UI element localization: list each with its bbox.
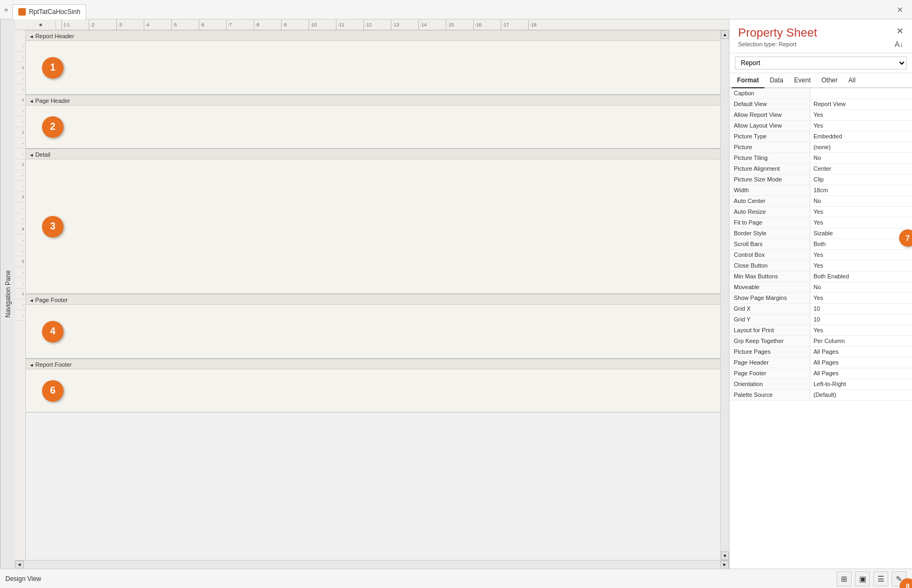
property-row[interactable]: Picture TypeEmbedded <box>729 131 912 142</box>
property-row[interactable]: Palette Source(Default) <box>729 390 912 401</box>
prop-value[interactable]: Report View <box>810 99 912 109</box>
tab-other[interactable]: Other <box>816 73 843 88</box>
property-row[interactable]: Default ViewReport View <box>729 99 912 110</box>
property-row[interactable]: Grp Keep TogetherPer Column <box>729 336 912 347</box>
left-tick-minus4: - <box>15 84 25 95</box>
section-body-detail[interactable]: 3 <box>26 159 720 294</box>
property-row[interactable]: Auto CenterNo <box>729 196 912 207</box>
right-scrollbar[interactable]: ▲ ▼ <box>720 30 729 560</box>
property-row[interactable]: Auto ResizeYes <box>729 207 912 218</box>
property-row[interactable]: Grid X10 <box>729 304 912 314</box>
left-tick-minus11: - <box>15 181 25 192</box>
property-row[interactable]: Min Max ButtonsBoth Enabled <box>729 271 912 282</box>
prop-name: Auto Center <box>729 196 810 206</box>
tab-event[interactable]: Event <box>789 73 816 88</box>
prop-value[interactable]: No <box>810 196 912 206</box>
prop-value[interactable]: Embedded <box>810 131 912 142</box>
ruler-mark-8: ·8 <box>254 19 281 30</box>
status-icon-4[interactable]: ✎ 8 <box>892 571 907 586</box>
property-selector[interactable]: Report <box>729 53 912 73</box>
property-row[interactable]: Allow Layout ViewYes <box>729 121 912 131</box>
property-row[interactable]: Picture AlignmentCenter <box>729 164 912 174</box>
property-row[interactable]: Close ButtonYes <box>729 261 912 271</box>
chevron-left-icon[interactable]: » <box>4 6 8 13</box>
status-icon-3[interactable]: ☰ <box>873 571 888 586</box>
tab-report[interactable]: RptTatCaHocSinh <box>12 4 86 19</box>
left-tick-2: 2 <box>15 95 25 106</box>
scroll-up-button[interactable]: ▲ <box>721 30 729 39</box>
left-tick-minus18: 1 <box>15 289 25 299</box>
property-row[interactable]: Control BoxYes <box>729 250 912 261</box>
prop-value[interactable]: Sizable <box>810 228 912 239</box>
prop-value[interactable]: All Pages <box>810 358 912 368</box>
status-icon-1[interactable]: ⊞ <box>837 571 852 586</box>
scroll-left-button[interactable]: ◄ <box>15 561 24 569</box>
window-close-button[interactable]: ✕ <box>893 5 908 14</box>
prop-name: Picture Type <box>729 131 810 142</box>
navigation-pane[interactable]: Navigation Pane <box>0 19 15 569</box>
prop-value[interactable]: Yes <box>810 250 912 260</box>
property-selector-dropdown[interactable]: Report <box>735 57 907 69</box>
prop-value[interactable]: Yes <box>810 110 912 120</box>
prop-value[interactable]: Yes <box>810 325 912 335</box>
section-body-report-header[interactable]: 1 <box>26 41 720 95</box>
prop-value[interactable] <box>810 88 912 99</box>
prop-value[interactable]: Clip <box>810 174 912 185</box>
property-row[interactable]: Show Page MarginsYes <box>729 293 912 304</box>
left-tick-minus5: - <box>15 106 25 116</box>
prop-value[interactable]: Left-to-Right <box>810 379 912 389</box>
property-row[interactable]: Picture Size ModeClip <box>729 174 912 185</box>
prop-value[interactable]: No <box>810 282 912 292</box>
scroll-right-button[interactable]: ► <box>720 561 729 569</box>
section-body-page-header[interactable]: 2 <box>26 106 720 149</box>
property-row[interactable]: Page HeaderAll Pages <box>729 358 912 368</box>
prop-value[interactable]: Yes <box>810 261 912 271</box>
scroll-down-button[interactable]: ▼ <box>721 551 729 560</box>
prop-value[interactable]: Both <box>810 239 912 249</box>
tab-data[interactable]: Data <box>764 73 789 88</box>
status-icon-2[interactable]: ▣ <box>855 571 870 586</box>
bottom-scrollbar[interactable]: ◄ ► <box>15 560 729 569</box>
left-tick-minus16: - <box>15 267 25 278</box>
property-panel-close-button[interactable]: ✕ <box>896 26 903 36</box>
tab-all[interactable]: All <box>843 73 861 88</box>
property-row[interactable]: OrientationLeft-to-Right <box>729 379 912 390</box>
prop-value[interactable]: Center <box>810 164 912 174</box>
tab-format[interactable]: Format <box>732 73 764 88</box>
prop-value[interactable]: (none) <box>810 142 912 152</box>
prop-value[interactable]: 10 <box>810 304 912 314</box>
sort-icon[interactable]: A↓ <box>895 40 903 48</box>
prop-value[interactable]: Yes <box>810 218 912 228</box>
prop-value[interactable]: No <box>810 153 912 163</box>
prop-value[interactable]: All Pages <box>810 347 912 357</box>
prop-value[interactable]: 18cm <box>810 185 912 195</box>
property-row[interactable]: Picture TilingNo <box>729 153 912 164</box>
prop-value[interactable]: (Default) <box>810 390 912 400</box>
scroll-h-track[interactable] <box>24 561 720 569</box>
property-row[interactable]: Layout for PrintYes <box>729 325 912 336</box>
prop-name: Allow Layout View <box>729 121 810 131</box>
property-row[interactable]: Scroll BarsBoth <box>729 239 912 250</box>
ruler-mark-9: ·9 <box>281 19 308 30</box>
property-row[interactable]: MoveableNo <box>729 282 912 293</box>
property-row[interactable]: Border StyleSizable <box>729 228 912 239</box>
prop-value[interactable]: Both Enabled <box>810 271 912 282</box>
property-row[interactable]: Page FooterAll Pages <box>729 368 912 379</box>
property-row[interactable]: Picture(none) <box>729 142 912 153</box>
scroll-track[interactable] <box>721 39 729 551</box>
property-row[interactable]: Picture PagesAll Pages <box>729 347 912 358</box>
property-row[interactable]: Fit to PageYes <box>729 218 912 228</box>
property-row[interactable]: Grid Y10 <box>729 314 912 325</box>
property-row[interactable]: Width18cm <box>729 185 912 196</box>
property-row[interactable]: Caption <box>729 88 912 99</box>
prop-value[interactable]: Yes <box>810 207 912 217</box>
circle-3: 3 <box>42 216 64 237</box>
prop-value[interactable]: Per Column <box>810 336 912 346</box>
property-row[interactable]: Allow Report ViewYes <box>729 110 912 121</box>
prop-value[interactable]: 10 <box>810 314 912 325</box>
section-body-report-footer[interactable]: 6 <box>26 369 720 412</box>
prop-value[interactable]: Yes <box>810 293 912 303</box>
section-body-page-footer[interactable]: 4 <box>26 305 720 359</box>
prop-value[interactable]: All Pages <box>810 368 912 379</box>
prop-value[interactable]: Yes <box>810 121 912 131</box>
